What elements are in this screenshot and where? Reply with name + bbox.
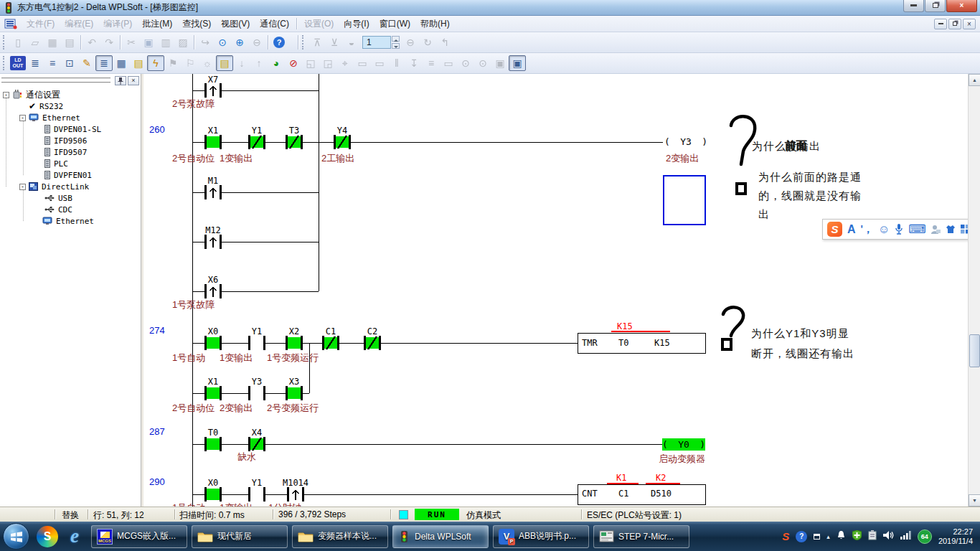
code-a-icon[interactable]: ▭ [354, 55, 371, 71]
jump-back-icon[interactable]: ↰ [436, 34, 453, 50]
profile-icon[interactable] [931, 225, 941, 234]
spinner-arrows[interactable] [392, 36, 400, 49]
output-coil-y0[interactable]: ( Y0 ) [662, 439, 705, 450]
sfc-view-icon[interactable]: ⊡ [61, 55, 78, 71]
toolbar-grip[interactable] [3, 35, 6, 50]
tree-item-ethernet[interactable]: - Ethernet [19, 112, 80, 123]
security-shield-icon[interactable] [852, 530, 862, 542]
mdi-close-button[interactable]: × [963, 19, 976, 29]
taskbar-button-wplsoft[interactable]: Delta WPLSoft [392, 525, 489, 548]
sogou-logo-icon[interactable]: S [827, 222, 842, 237]
tree-label-ethernet[interactable]: Ethernet [42, 113, 80, 123]
new-icon[interactable]: ▯ [9, 34, 27, 50]
tree-item-dvpfen01[interactable]: DVPFEN01 [44, 169, 92, 181]
scroll-up-button[interactable]: ▲ [969, 74, 980, 86]
zoom-icon[interactable]: ⊙ [214, 34, 231, 50]
output-coil-y3[interactable]: ( Y3 ) [664, 136, 707, 147]
tree-item-plc[interactable]: PLC [44, 158, 68, 169]
to-instruction-icon[interactable]: ↓ [233, 55, 250, 71]
taskbar-button-folder1[interactable]: 现代新居 [192, 525, 288, 548]
tree-label-dvpen01[interactable]: DVPEN01-SL [54, 125, 101, 134]
collapse-icon[interactable]: - [3, 92, 9, 98]
help-icon[interactable]: ? [270, 34, 288, 50]
upload-icon[interactable]: ◱ [302, 55, 319, 71]
copy-icon[interactable]: ▣ [140, 34, 157, 50]
ladder-view-icon[interactable]: ≣ [27, 55, 44, 71]
code-b-icon[interactable]: ▭ [371, 55, 388, 71]
flag-down-icon[interactable]: ⚐ [182, 55, 199, 71]
notification-bell-icon[interactable] [837, 530, 846, 542]
ladder-canvas[interactable] [143, 74, 968, 507]
download-icon[interactable]: ◲ [319, 55, 336, 71]
tree-item-rs232[interactable]: ✔ RS232 [29, 100, 63, 112]
lamp-icon[interactable]: ☼ [199, 55, 216, 71]
taskbar-button-folder2[interactable]: 变频器样本说... [292, 525, 388, 548]
close-button[interactable]: × [946, 0, 977, 12]
microphone-icon[interactable] [895, 224, 903, 235]
tree-label-comm-settings[interactable]: 通信设置 [26, 89, 60, 101]
row-insert-icon[interactable]: ⊼ [308, 34, 326, 50]
minimize-button[interactable] [903, 0, 924, 12]
vertical-scrollbar[interactable]: ▲ ▼ [968, 74, 980, 507]
paste-icon[interactable]: ▥ [157, 34, 174, 50]
oio-icon[interactable]: ‖ [388, 55, 405, 71]
scroll-down-button[interactable]: ▼ [969, 494, 980, 507]
comment-note-icon[interactable]: ▤ [130, 55, 147, 71]
erase-icon[interactable]: ▨ [174, 34, 192, 50]
ladder-monitor-area[interactable]: 260 274 287 290 X7 X1 Y1 T3 Y4 M1 M12 X6… [143, 74, 968, 507]
to-ladder-icon[interactable]: ↑ [250, 55, 268, 71]
menu-search[interactable]: 查找(S) [177, 16, 216, 32]
menu-window[interactable]: 窗口(W) [374, 16, 415, 32]
print-icon[interactable]: ▤ [61, 34, 78, 50]
spinner-down-icon[interactable] [392, 43, 400, 49]
taskbar-button-step7[interactable]: STEP 7-Micr... [593, 525, 689, 548]
cut-icon[interactable]: ✂ [123, 34, 140, 50]
tree-label-ifd9507[interactable]: IFD9507 [54, 148, 87, 157]
antenna-icon[interactable]: ⌖ [336, 55, 354, 71]
menu-help[interactable]: 帮助(H) [415, 16, 455, 32]
collapse-icon[interactable]: - [19, 115, 26, 121]
tree-item-comm-settings[interactable]: - 通信设置 [3, 89, 60, 100]
show-hidden-icons[interactable]: ▴ [826, 533, 830, 540]
volume-icon[interactable] [883, 531, 894, 542]
panel-grip[interactable]: × [1, 75, 139, 85]
tree-label-cdc[interactable]: CDC [58, 205, 72, 215]
contrast-icon[interactable]: ◒ [343, 34, 360, 50]
tree-item-usb[interactable]: USB [44, 192, 72, 204]
start-button[interactable] [3, 523, 29, 550]
ld-out-icon[interactable]: LDOUT [9, 55, 27, 71]
tree-item-dvpen01[interactable]: DVPEN01-SL [44, 123, 101, 135]
battery-tray-icon[interactable]: 64 [918, 529, 932, 544]
toolbox-icon[interactable] [961, 225, 968, 234]
window-tile-icon[interactable]: ▭ [440, 55, 457, 71]
emoji-icon[interactable]: ☺ [878, 223, 890, 236]
save-icon[interactable]: ▦ [44, 34, 61, 50]
mdi-minimize-button[interactable] [934, 19, 947, 29]
ladder-edit-icon[interactable]: ≣ [95, 55, 113, 71]
zoom-out-icon[interactable]: ⊖ [248, 34, 265, 50]
grip-lines[interactable] [1, 77, 110, 83]
simulator-start-icon[interactable]: ◕ [268, 55, 285, 71]
tree-item-directlink[interactable]: - DirectLink [19, 181, 89, 192]
keyboard-icon[interactable]: ⌨ [908, 222, 926, 237]
pin-button[interactable] [115, 76, 126, 85]
zoom-a-icon[interactable]: ⊙ [457, 55, 474, 71]
insert-step-icon[interactable]: ↧ [405, 55, 423, 71]
goto-icon[interactable]: ↪ [197, 34, 214, 50]
edit-list-icon[interactable]: ≡ [423, 55, 440, 71]
menu-communication[interactable]: 通信(C) [255, 16, 294, 32]
instruction-view-icon[interactable]: ≡ [44, 55, 61, 71]
tree-label-rs232[interactable]: RS232 [39, 102, 63, 111]
sim-mode-icon[interactable]: ▣ [509, 55, 526, 71]
tree-item-ethernet2[interactable]: Ethernet [42, 215, 94, 227]
taskbar-button-pdf[interactable]: VP ABB说明书.p... [493, 525, 589, 548]
ie-launcher-icon[interactable]: e [64, 526, 85, 547]
monitor-pen-icon[interactable]: ϟ [147, 55, 164, 71]
skin-icon[interactable] [946, 225, 956, 234]
menu-comment[interactable]: 批注(M) [137, 16, 177, 32]
cn-en-icon[interactable]: A [847, 223, 856, 236]
menu-wizard[interactable]: 向导(I) [339, 16, 374, 32]
punctuation-icon[interactable]: '， [861, 223, 873, 236]
flag-icon[interactable]: ⚑ [164, 55, 182, 71]
board-icon[interactable]: ▣ [491, 55, 509, 71]
